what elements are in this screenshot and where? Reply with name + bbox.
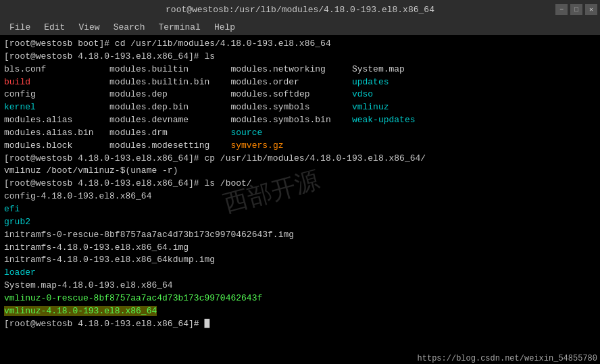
terminal-line: [root@westosb boot]# cd /usr/lib/modules… bbox=[4, 38, 596, 51]
terminal-line: initramfs-0-rescue-8bf8757aa7ac4d73b173c… bbox=[4, 229, 596, 242]
terminal-line: initramfs-4.18.0-193.el8.x86_64kdump.img bbox=[4, 254, 596, 267]
terminal-line: [root@westosb 4.18.0-193.el8.x86_64]# ls bbox=[4, 51, 596, 63]
terminal-line: vmlinuz-0-rescue-8bf8757aa7ac4d73b173c99… bbox=[4, 292, 596, 305]
terminal-line: grub2 bbox=[4, 216, 596, 229]
menu-item-file[interactable]: File bbox=[3, 21, 37, 34]
terminal-line: kernel modules.dep.bin modules.symbols v… bbox=[4, 101, 596, 114]
menu-item-help[interactable]: Help bbox=[207, 21, 242, 34]
window-controls: − □ ✕ bbox=[555, 4, 597, 15]
window-title: root@westosb:/usr/lib/modules/4.18.0-193… bbox=[166, 5, 434, 15]
menu-item-search[interactable]: Search bbox=[107, 21, 152, 34]
minimize-button[interactable]: − bbox=[555, 4, 568, 15]
terminal-line: [root@westosb 4.18.0-193.el8.x86_64]# cp… bbox=[4, 153, 596, 165]
terminal[interactable]: [root@westosb boot]# cd /usr/lib/modules… bbox=[0, 35, 600, 353]
terminal-line: efi bbox=[4, 203, 596, 216]
status-bar: https://blog.csdn.net/weixin_54855780 bbox=[0, 353, 600, 364]
terminal-line: initramfs-4.18.0-193.el8.x86_64.img bbox=[4, 242, 596, 255]
terminal-line: build modules.builtin.bin modules.order … bbox=[4, 76, 596, 89]
blog-link: https://blog.csdn.net/weixin_54855780 bbox=[418, 354, 597, 363]
menu-bar: FileEditViewSearchTerminalHelp bbox=[0, 19, 600, 35]
close-button[interactable]: ✕ bbox=[585, 4, 597, 15]
terminal-line: System.map-4.18.0-193.el8.x86_64 bbox=[4, 280, 596, 292]
terminal-line: vmlinuz-4.18.0-193.el8.x86_64 bbox=[4, 305, 596, 318]
terminal-line: [root@westosb 4.18.0-193.el8.x86_64]# █ bbox=[4, 318, 596, 331]
terminal-line: config-4.18.0-193.el8.x86_64 bbox=[4, 190, 596, 203]
menu-item-view[interactable]: View bbox=[72, 21, 106, 34]
terminal-line: loader bbox=[4, 267, 596, 280]
terminal-line: bls.conf modules.builtin modules.network… bbox=[4, 63, 596, 76]
maximize-button[interactable]: □ bbox=[570, 4, 582, 15]
terminal-line: modules.alias.bin modules.drm source bbox=[4, 127, 596, 140]
terminal-line: vmlinuz /boot/vmlinuz-$(uname -r) bbox=[4, 165, 596, 178]
menu-item-terminal[interactable]: Terminal bbox=[151, 21, 207, 34]
title-bar: root@westosb:/usr/lib/modules/4.18.0-193… bbox=[0, 0, 600, 19]
terminal-line: [root@westosb 4.18.0-193.el8.x86_64]# ls… bbox=[4, 178, 596, 190]
terminal-line: config modules.dep modules.softdep vdso bbox=[4, 88, 596, 101]
terminal-line: modules.block modules.modesetting symver… bbox=[4, 140, 596, 153]
menu-item-edit[interactable]: Edit bbox=[37, 21, 72, 34]
terminal-line: modules.alias modules.devname modules.sy… bbox=[4, 114, 596, 127]
